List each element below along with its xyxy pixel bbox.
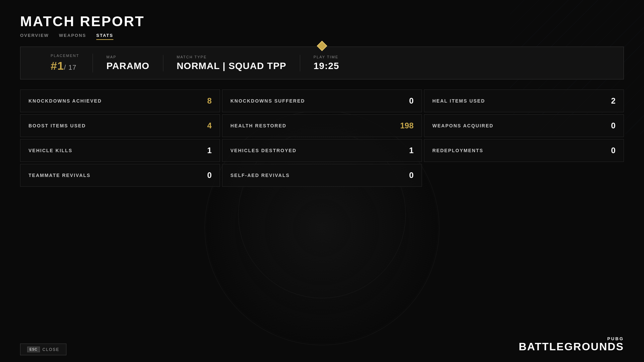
stat-knockdowns-suffered-label: KNOCKDOWNS SUFFERED [230,98,305,104]
esc-badge: ESC [27,347,40,352]
stat-redeployments: REDEPLOYMENTS 0 [424,139,624,162]
stat-health-restored-label: HEALTH RESTORED [230,123,286,128]
stat-self-aed-revivals-label: SELF-AED REVIVALS [230,173,290,178]
info-play-time: PLAY TIME 19:25 [300,55,353,71]
stat-vehicle-kills-value: 1 [207,146,212,155]
stat-self-aed-revivals-value: 0 [409,171,414,180]
placement-value: #1/ 17 [51,59,79,72]
stat-knockdowns-achieved: KNOCKDOWNS ACHIEVED 8 [20,89,220,112]
stat-knockdowns-achieved-label: KNOCKDOWNS ACHIEVED [29,98,102,104]
stat-empty-cell [424,164,624,187]
diamond-icon [317,41,327,51]
stat-heal-items-used-value: 2 [611,96,615,106]
close-label: CLOSE [43,347,60,352]
stat-knockdowns-achieved-value: 8 [207,96,212,106]
tab-overview[interactable]: OVERVIEW [20,33,49,40]
stat-vehicle-kills-label: VEHICLE KILLS [29,148,72,153]
stat-vehicles-destroyed: VEHICLES DESTROYED 1 [222,139,422,162]
match-type-value: NORMAL | SQUAD TPP [177,61,286,71]
stat-heal-items-used-label: HEAL ITEMS USED [432,98,485,104]
placement-total: / 17 [64,64,76,71]
stat-heal-items-used: HEAL ITEMS USED 2 [424,89,624,112]
stat-teammate-revivals-value: 0 [207,171,212,180]
stats-grid: KNOCKDOWNS ACHIEVED 8 KNOCKDOWNS SUFFERE… [20,89,624,187]
stat-knockdowns-suffered-value: 0 [409,96,414,106]
tab-stats[interactable]: STATS [96,33,113,40]
tab-weapons[interactable]: WEAPONS [59,33,86,40]
pubg-branding: PUBG BATTLEGROUNDS [519,336,624,352]
stat-health-restored: HEALTH RESTORED 198 [222,114,422,137]
stat-boost-items-used-label: BOOST ITEMS USED [29,123,86,128]
info-placement: PLACEMENT #1/ 17 [37,54,93,72]
placement-label: PLACEMENT [51,54,79,58]
placement-number: #1 [51,59,64,72]
stat-weapons-acquired: WEAPONS ACQUIRED 0 [424,114,624,137]
play-time-value: 19:25 [314,61,339,71]
match-type-label: MATCH TYPE [177,55,286,59]
stat-health-restored-value: 198 [400,121,414,130]
stat-weapons-acquired-label: WEAPONS ACQUIRED [432,123,493,128]
main-container: MATCH REPORT OVERVIEW WEAPONS STATS PLAC… [20,13,624,349]
stat-boost-items-used-value: 4 [207,121,212,130]
info-map: MAP PARAMO [93,55,163,71]
stat-teammate-revivals-label: TEAMMATE REVIVALS [29,173,91,178]
stat-redeployments-value: 0 [611,146,615,155]
map-value: PARAMO [106,61,149,71]
stat-redeployments-label: REDEPLOYMENTS [432,148,483,153]
close-button[interactable]: ESC CLOSE [20,344,66,355]
battlegrounds-label: BATTLEGROUNDS [519,341,624,352]
page-title: MATCH REPORT [20,13,624,29]
stat-vehicles-destroyed-label: VEHICLES DESTROYED [230,148,297,153]
nav-tabs: OVERVIEW WEAPONS STATS [20,33,624,40]
stat-vehicles-destroyed-value: 1 [409,146,414,155]
info-bar: PLACEMENT #1/ 17 MAP PARAMO MATCH TYPE N… [20,47,624,79]
stat-boost-items-used: BOOST ITEMS USED 4 [20,114,220,137]
stat-teammate-revivals: TEAMMATE REVIVALS 0 [20,164,220,187]
map-label: MAP [106,55,149,59]
stat-weapons-acquired-value: 0 [611,121,615,130]
stat-knockdowns-suffered: KNOCKDOWNS SUFFERED 0 [222,89,422,112]
stat-self-aed-revivals: SELF-AED REVIVALS 0 [222,164,422,187]
play-time-label: PLAY TIME [314,55,339,59]
info-match-type: MATCH TYPE NORMAL | SQUAD TPP [163,55,300,71]
stat-vehicle-kills: VEHICLE KILLS 1 [20,139,220,162]
